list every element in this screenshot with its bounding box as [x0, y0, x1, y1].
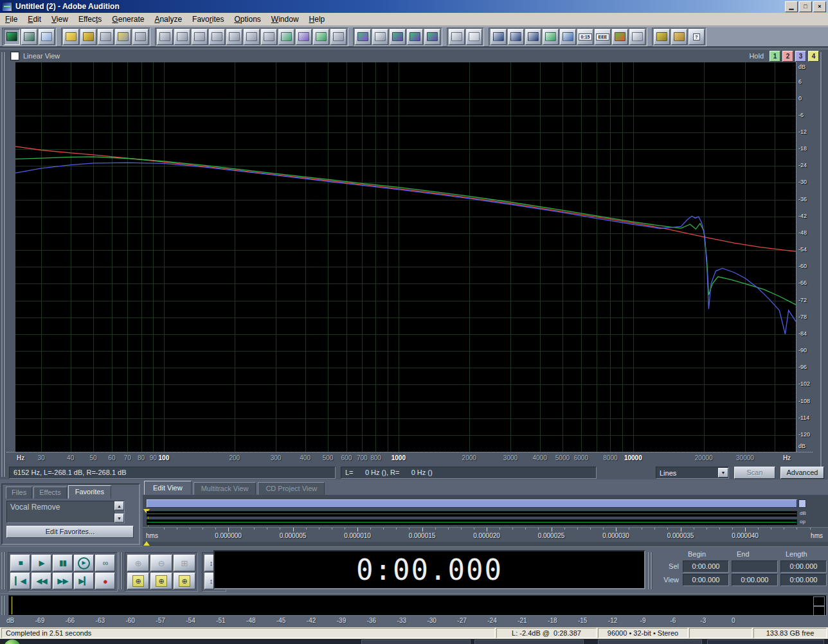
view-begin-field[interactable]: 0:00.000 [683, 574, 729, 586]
menu-analyze[interactable]: Analyze [149, 13, 187, 25]
play-button[interactable]: ▶ [32, 555, 51, 571]
edit-view-button[interactable] [4, 29, 20, 45]
panel-grip[interactable] [820, 52, 824, 477]
level-meters-window-button[interactable] [612, 29, 628, 45]
paste-button[interactable] [261, 29, 277, 45]
left-channel-waveform[interactable] [147, 511, 797, 517]
delete-button[interactable] [192, 29, 208, 45]
fast-forward-button[interactable]: ▶▶ [53, 573, 73, 589]
panel-grip[interactable] [118, 552, 123, 589]
zoom-in-button[interactable]: ⊕ [127, 555, 149, 571]
close-button[interactable]: × [813, 1, 826, 12]
sel-end-field[interactable] [732, 560, 778, 573]
start-orb-icon[interactable] [4, 640, 21, 644]
hold-1-button[interactable]: 1 [770, 51, 780, 62]
stop-button[interactable]: ■ [10, 555, 30, 571]
save-as-button[interactable] [115, 29, 131, 45]
go-to-end-button[interactable]: ▶▎ [74, 573, 94, 589]
view-length-field[interactable]: 0:00.000 [780, 574, 827, 586]
scripts-button[interactable] [671, 29, 687, 45]
favorites-scrollbar[interactable]: ▲ ▼ [114, 501, 124, 523]
tab-favorites[interactable]: Favorites [68, 485, 111, 499]
menu-edit[interactable]: Edit [22, 13, 46, 25]
convert-sample-type-button[interactable] [313, 29, 329, 45]
mix-paste-button[interactable] [296, 29, 312, 45]
frequency-plot[interactable] [15, 62, 796, 452]
multitrack-view-button[interactable] [21, 29, 37, 45]
restore-button[interactable]: □ [799, 1, 812, 12]
scroll-down-icon[interactable]: ▼ [114, 514, 124, 523]
panel-grip[interactable] [648, 552, 653, 589]
zoom-in-right-edge-button[interactable]: ⊕ [174, 573, 195, 589]
cue-list-window-button[interactable]: EEE [595, 29, 611, 45]
menu-file[interactable]: File [0, 13, 22, 25]
hold-4-button[interactable]: 4 [808, 51, 819, 62]
menu-favorites[interactable]: Favorites [187, 13, 229, 25]
time-selection-tool-button[interactable] [449, 29, 465, 45]
linear-view-checkbox[interactable] [10, 51, 19, 60]
cut-button[interactable] [244, 29, 260, 45]
zoom-full-button[interactable]: ⊞ [174, 555, 195, 571]
advanced-button[interactable]: Advanced [780, 467, 824, 479]
favorites-item-clipped[interactable] [7, 512, 124, 518]
menu-window[interactable]: Window [266, 13, 304, 25]
time-display[interactable]: 0:00.000 [213, 550, 645, 589]
view-end-field[interactable]: 0:00.000 [732, 574, 778, 586]
menu-view[interactable]: View [46, 13, 73, 25]
menu-effects[interactable]: Effects [73, 13, 107, 25]
loop-button[interactable]: ∞ [95, 555, 115, 571]
keyboard-shortcuts-button[interactable] [654, 29, 670, 45]
overview-bar-end[interactable] [798, 499, 806, 508]
trim-button[interactable] [209, 29, 225, 45]
save-copy-button[interactable] [132, 29, 148, 45]
panel-grip[interactable] [1, 52, 6, 477]
taskbar-button[interactable] [361, 640, 471, 644]
right-channel-waveform[interactable] [147, 519, 797, 525]
tab-effects[interactable]: Effects [33, 487, 66, 499]
show-effects-rack-button[interactable] [355, 29, 371, 45]
go-to-beginning-button[interactable]: ▎◀ [10, 573, 30, 589]
play-looped-button[interactable]: ▶ [74, 555, 94, 571]
scan-button[interactable]: Scan [734, 467, 775, 479]
menu-generate[interactable]: Generate [107, 13, 149, 25]
rewind-button[interactable]: ◀◀ [32, 573, 51, 589]
scroll-up-icon[interactable]: ▲ [114, 501, 124, 510]
level-meters[interactable]: dB -69-66-63-60-57-54-51-48-45-42-39-36-… [0, 593, 828, 626]
find-beats-button[interactable] [330, 29, 346, 45]
time-window-button[interactable]: 0:15 [577, 29, 593, 45]
playhead-marker-bottom[interactable] [143, 541, 150, 546]
graphic-eq-button[interactable] [407, 29, 423, 45]
undo-button[interactable] [157, 29, 173, 45]
level-meter-bar[interactable] [8, 595, 827, 616]
cue-properties-window-button[interactable] [525, 29, 541, 45]
minimize-button[interactable]: ▁ [785, 1, 798, 12]
zoom-window-button[interactable] [560, 29, 576, 45]
save-button[interactable] [98, 29, 114, 45]
filter-checkbox-button[interactable] [372, 29, 388, 45]
tab-multitrack-view[interactable]: Multitrack View [194, 482, 256, 495]
display-mode-dropdown[interactable]: Lines ▼ [656, 467, 729, 479]
favorites-list[interactable]: Vocal Remove ▲ ▼ [6, 501, 125, 523]
pause-button[interactable]: ▮▮ [53, 555, 73, 571]
organizer-window-button[interactable] [491, 29, 507, 45]
zoom-out-button[interactable]: ⊖ [150, 555, 172, 571]
taskbar-button[interactable] [474, 640, 584, 644]
redo-button[interactable] [174, 29, 190, 45]
edit-favorites-button[interactable]: Edit Favorites... [6, 526, 134, 538]
status-bar-window-button[interactable] [629, 29, 645, 45]
zoom-in-left-edge-button[interactable]: ⊕ [150, 573, 172, 589]
overview-bar[interactable] [147, 499, 797, 508]
panel-grip[interactable] [1, 596, 6, 615]
chevron-down-icon[interactable]: ▼ [718, 468, 728, 478]
fft-filter-button[interactable] [390, 29, 406, 45]
taskbar-button[interactable] [598, 640, 702, 644]
cd-project-view-button[interactable] [39, 29, 55, 45]
hold-2-button[interactable]: 2 [782, 51, 793, 62]
new-file-button[interactable] [63, 29, 79, 45]
clip-indicator-right[interactable] [813, 606, 825, 616]
tab-files[interactable]: Files [6, 487, 32, 499]
paste-to-new-button[interactable] [278, 29, 294, 45]
tab-cd-project-view[interactable]: CD Project View [258, 482, 325, 495]
menu-help[interactable]: Help [304, 13, 330, 25]
zoom-to-selection-button[interactable]: ⊕ [127, 573, 149, 589]
